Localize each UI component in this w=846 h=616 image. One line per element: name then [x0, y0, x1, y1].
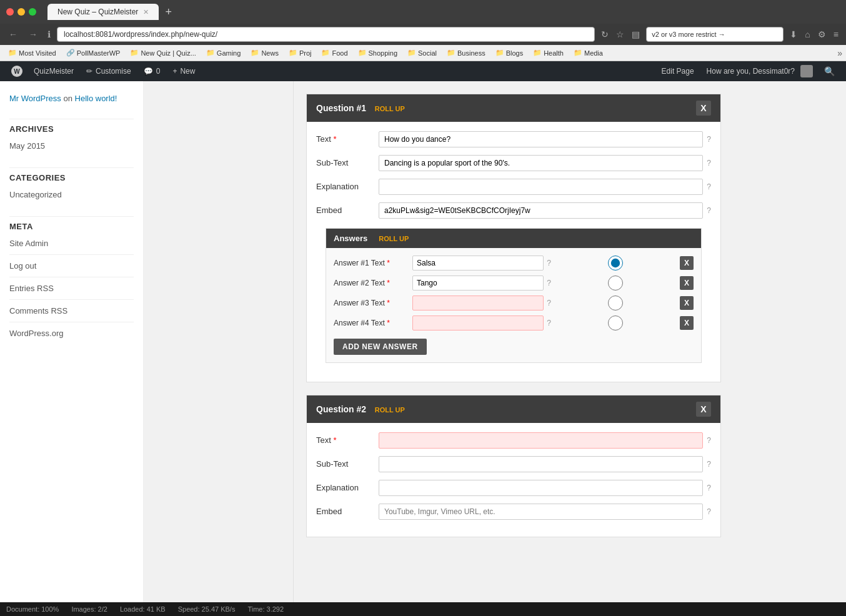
answer-3-input[interactable] [412, 296, 544, 310]
close-button[interactable] [6, 8, 14, 16]
question-2-text-help[interactable]: ? [707, 436, 711, 445]
minimize-button[interactable] [17, 8, 25, 16]
answer-4-row: Answer #4 Text ? X [334, 315, 694, 330]
bookmark-newquiz[interactable]: 📁 New Quiz | Quiz... [126, 47, 200, 58]
answer-3-label: Answer #3 Text [334, 299, 409, 307]
question-2-close-button[interactable]: X [696, 402, 711, 417]
bookmark-blogs[interactable]: 📁 Blogs [491, 47, 528, 58]
answer-4-input[interactable] [412, 315, 544, 330]
sidebar-link-comments-rss[interactable]: Comments RSS [9, 305, 134, 317]
menu-icon[interactable]: ≡ [831, 28, 841, 41]
sidebar-link-entries-rss[interactable]: Entries RSS [9, 282, 134, 294]
question-1-explanation-row: Explanation ? [316, 179, 711, 195]
bookmark-shopping[interactable]: 📁 Shopping [354, 47, 402, 58]
admin-search-icon[interactable]: 🔍 [819, 66, 840, 76]
answer-1-delete-button[interactable]: X [680, 256, 694, 270]
answer-1-help[interactable]: ? [547, 259, 551, 267]
bookmark-gaming[interactable]: 📁 Gaming [202, 47, 246, 58]
answer-4-radio[interactable] [554, 315, 677, 330]
bookmark-news[interactable]: 📁 News [246, 47, 283, 58]
active-tab[interactable]: New Quiz – QuizMeister ✕ [47, 4, 159, 20]
answer-3-delete-button[interactable]: X [680, 296, 694, 310]
answer-1-radio[interactable] [554, 256, 677, 271]
bookmark-most-visited[interactable]: 📁 Most Visited [4, 47, 61, 58]
bookmark-proj[interactable]: 📁 Proj [284, 47, 316, 58]
admin-new[interactable]: + New [166, 61, 201, 81]
question-2-subtext-help[interactable]: ? [707, 460, 711, 469]
status-loaded: Loaded: 41 KB [120, 605, 166, 613]
question-1-embed-input[interactable] [379, 202, 703, 219]
bookmarks-more-icon[interactable]: » [837, 48, 842, 58]
back-button[interactable]: ← [5, 27, 21, 42]
answer-2-radio[interactable] [554, 276, 677, 291]
maximize-button[interactable] [29, 8, 36, 16]
meta-divider-4 [9, 322, 134, 322]
home-icon[interactable]: ⌂ [802, 28, 812, 41]
sidebar-archives: ARCHIVES May 2015 [9, 124, 134, 152]
answer-2-delete-button[interactable]: X [680, 276, 694, 290]
add-new-answer-button[interactable]: ADD NEW ANSWER [334, 339, 427, 355]
sidebar-link-logout[interactable]: Log out [9, 260, 134, 272]
bookmark-food[interactable]: 📁 Food [317, 47, 352, 58]
question-2-explanation-input-area: ? [379, 480, 711, 496]
info-icon[interactable]: ℹ [45, 28, 53, 41]
extensions-icon[interactable]: ⚙ [815, 28, 829, 41]
question-2-text-input[interactable] [379, 432, 703, 449]
question-1-rollup[interactable]: ROLL UP [375, 105, 405, 112]
question-2-rollup[interactable]: ROLL UP [375, 406, 405, 414]
sidebar-link-may2015[interactable]: May 2015 [9, 140, 134, 152]
sidebar-link-uncategorized[interactable]: Uncategorized [9, 189, 134, 201]
admin-edit-page[interactable]: Edit Page [655, 61, 700, 81]
answer-3-radio[interactable] [554, 296, 677, 310]
reload-icon[interactable]: ↻ [599, 28, 611, 41]
answer-1-input[interactable] [412, 256, 544, 271]
new-tab-button[interactable]: + [161, 6, 176, 19]
answer-4-help[interactable]: ? [547, 319, 551, 327]
tab-close-icon[interactable]: ✕ [143, 8, 149, 16]
comment-author-link[interactable]: Mr WordPress [9, 94, 61, 103]
sidebar-link-siteadmin[interactable]: Site Admin [9, 237, 134, 249]
answer-4-delete-button[interactable]: X [680, 316, 694, 330]
question-2-explanation-help[interactable]: ? [707, 484, 711, 492]
wp-logo-item[interactable]: W [6, 61, 27, 81]
bookmark-pollmasterwp[interactable]: 🔗 PollMasterWP [62, 47, 125, 58]
sidebar-link-wordpress-org[interactable]: WordPress.org [9, 327, 134, 339]
wp-admin-right: Edit Page How are you, Dessimat0r? 🔍 [655, 61, 840, 81]
download-icon[interactable]: ⬇ [787, 28, 800, 41]
forward-button[interactable]: → [25, 27, 41, 42]
question-1-explanation-input[interactable] [379, 179, 703, 195]
question-1-text-help[interactable]: ? [707, 135, 711, 144]
question-1-explanation-help[interactable]: ? [707, 182, 711, 191]
admin-comments[interactable]: 💬 0 [137, 61, 167, 81]
admin-customise[interactable]: ✏ Customise [80, 61, 137, 81]
comment-post-link[interactable]: Hello world! [75, 94, 117, 103]
question-1-close-button[interactable]: X [696, 101, 711, 116]
search-bar[interactable]: v2 or v3 more restrict → [646, 27, 784, 42]
question-2-explanation-input[interactable] [379, 480, 703, 496]
bookmark-media[interactable]: 📁 Media [569, 47, 607, 58]
meta-divider-1 [9, 254, 134, 255]
question-2-embed-input[interactable] [379, 504, 703, 520]
reader-icon[interactable]: ▤ [629, 28, 642, 41]
question-1-text-input[interactable] [379, 131, 703, 147]
question-2-embed-help[interactable]: ? [707, 507, 711, 516]
question-1-subtext-help[interactable]: ? [707, 159, 711, 167]
answer-3-help[interactable]: ? [547, 299, 551, 307]
question-1-subtext-input[interactable] [379, 155, 703, 171]
folder-icon: 📁 [251, 49, 259, 57]
url-input[interactable] [57, 27, 595, 42]
bookmark-health[interactable]: 📁 Health [529, 47, 568, 58]
admin-howdy[interactable]: How are you, Dessimat0r? [700, 61, 819, 81]
question-1-header: Question #1 ROLL UP X [307, 94, 720, 122]
bookmark-star-icon[interactable]: ☆ [614, 28, 627, 41]
answers-rollup[interactable]: ROLL UP [379, 235, 409, 242]
admin-site-name[interactable]: QuizMeister [27, 61, 80, 81]
question-1-embed-help[interactable]: ? [707, 206, 711, 215]
howdy-text: How are you, Dessimat0r? [707, 67, 795, 76]
answer-2-help[interactable]: ? [547, 279, 551, 287]
question-2-explanation-label: Explanation [316, 480, 379, 492]
question-2-subtext-input[interactable] [379, 456, 703, 472]
bookmark-business[interactable]: 📁 Business [442, 47, 490, 58]
bookmark-social[interactable]: 📁 Social [403, 47, 441, 58]
answer-2-input[interactable] [412, 276, 544, 291]
